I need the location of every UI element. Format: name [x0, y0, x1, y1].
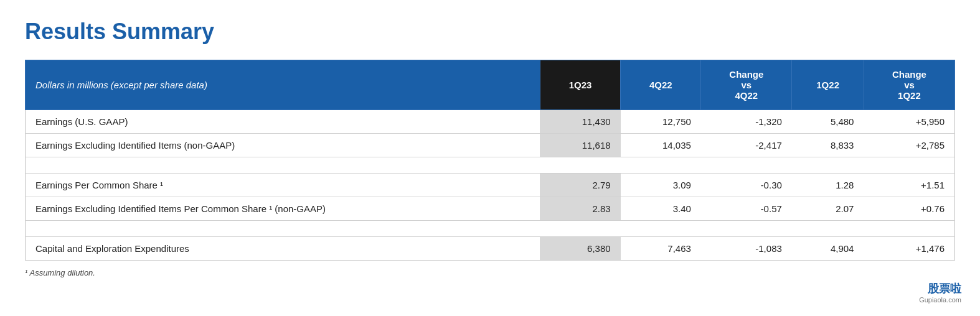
row-label: Earnings Excluding Identified Items Per … [26, 197, 540, 221]
row-col-col5: +0.76 [864, 197, 954, 221]
watermark-brand-text: 股票啦 [928, 282, 961, 295]
watermark: 股票啦 Gupiaola.com [919, 281, 961, 304]
watermark-brand: 股票啦 [919, 281, 961, 296]
row-col-1q23: 2.83 [540, 197, 620, 221]
row-label: Earnings Per Common Share ¹ [26, 174, 540, 197]
row-col-col4: 1.28 [792, 174, 864, 197]
header-col-change-vs-1q22: Change vs 1Q22 [864, 60, 954, 110]
header-col-change-vs-4q22: Change vs 4Q22 [701, 60, 792, 110]
footnote: ¹ Assuming dilution. [25, 268, 955, 277]
row-col-col4: 8,833 [792, 134, 864, 157]
page-title: Results Summary [25, 19, 955, 45]
table-row: Earnings Excluding Identified Items Per … [26, 197, 955, 221]
results-summary-table: Dollars in millions (except per share da… [25, 60, 955, 261]
header-col-1q22: 1Q22 [792, 60, 864, 110]
row-col-col3: -0.57 [701, 197, 792, 221]
row-col-col5: +1.51 [864, 174, 954, 197]
row-label: Earnings Excluding Identified Items (non… [26, 134, 540, 157]
row-col-1q23: 2.79 [540, 174, 620, 197]
row-col-col3: -0.30 [701, 174, 792, 197]
row-col-col5: +2,785 [864, 134, 954, 157]
row-label: Earnings (U.S. GAAP) [26, 110, 540, 134]
table-header-row: Dollars in millions (except per share da… [26, 60, 955, 110]
row-col-col2: 3.09 [621, 174, 701, 197]
row-col-col4: 2.07 [792, 197, 864, 221]
row-col-col2: 3.40 [621, 197, 701, 221]
table-row: Earnings (U.S. GAAP)11,43012,750-1,3205,… [26, 110, 955, 134]
table-row: Earnings Per Common Share ¹2.793.09-0.30… [26, 174, 955, 197]
row-col-col2: 14,035 [621, 134, 701, 157]
row-col-col3: -1,320 [701, 110, 792, 134]
row-col-1q23: 11,618 [540, 134, 620, 157]
row-col-1q23: 11,430 [540, 110, 620, 134]
row-col-col3: -1,083 [701, 237, 792, 261]
row-col-col2: 7,463 [621, 237, 701, 261]
table-row: Earnings Excluding Identified Items (non… [26, 134, 955, 157]
row-col-col4: 5,480 [792, 110, 864, 134]
table-separator-row [26, 221, 955, 237]
row-col-col5: +1,476 [864, 237, 954, 261]
row-col-col4: 4,904 [792, 237, 864, 261]
header-label-col: Dollars in millions (except per share da… [26, 60, 540, 110]
header-col-4q22: 4Q22 [621, 60, 701, 110]
header-col-1q23: 1Q23 [540, 60, 620, 110]
table-row: Capital and Exploration Expenditures6,38… [26, 237, 955, 261]
table-separator-row [26, 157, 955, 174]
row-col-col3: -2,417 [701, 134, 792, 157]
row-col-col5: +5,950 [864, 110, 954, 134]
row-label: Capital and Exploration Expenditures [26, 237, 540, 261]
watermark-url: Gupiaola.com [919, 296, 961, 304]
row-col-1q23: 6,380 [540, 237, 620, 261]
row-col-col2: 12,750 [621, 110, 701, 134]
